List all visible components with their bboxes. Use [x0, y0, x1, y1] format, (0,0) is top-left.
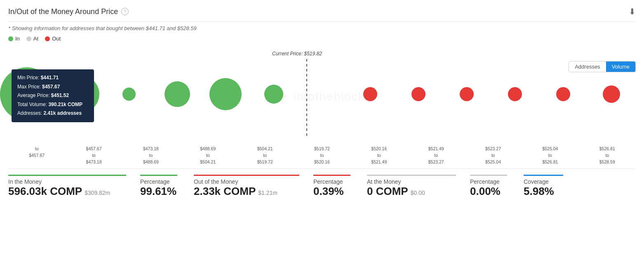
tooltip-volume-label: Total Volume: — [17, 102, 48, 107]
stat-in-percentage: Percentage 99.61% — [140, 175, 190, 198]
at-percentage-label: Percentage — [470, 178, 507, 185]
out-of-money-value: 2.33k COMP — [194, 185, 256, 198]
bubbles-container — [8, 57, 636, 131]
price-ranges: to $457.67 $457.67 to $473.18 $473.18 to… — [8, 146, 636, 165]
bubble-slot-8 — [395, 57, 443, 131]
legend-label-out: Out — [52, 36, 61, 42]
in-the-money-value-row: 596.03k COMP $309.82m — [8, 185, 126, 198]
price-range-7: $521.49 to $523.27 — [408, 146, 465, 165]
legend-dot-at — [26, 36, 31, 41]
legend-row: In At Out — [8, 36, 636, 42]
stat-coverage: Coverage 5.98% — [524, 175, 573, 198]
tooltip: Min Price: $441.71 Max Price: $457.67 Av… — [12, 69, 94, 122]
price-range-8: $523.27 to $525.04 — [465, 146, 522, 165]
page-container: In/Out of the Money Around Price ? ⬇ * S… — [0, 0, 644, 204]
legend-dot-in — [8, 36, 13, 41]
bubble-10 — [508, 87, 522, 101]
out-of-money-value-row: 2.33k COMP $1.21m — [194, 185, 299, 198]
at-the-money-value: 0 COMP — [367, 185, 408, 198]
bubble-2 — [122, 88, 136, 101]
price-range-3: $488.69 to $504.21 — [179, 146, 236, 165]
bubble-slot-6 — [298, 57, 346, 131]
bubble-slot-11 — [539, 57, 588, 131]
tooltip-max-price: Max Price: $457.67 — [17, 83, 88, 92]
legend-label-in: In — [15, 36, 20, 42]
legend-out: Out — [45, 36, 61, 42]
tooltip-max-value: $457.67 — [42, 84, 60, 90]
legend-at: At — [26, 36, 38, 42]
price-range-5: $519.72 to $520.16 — [294, 146, 350, 165]
divider-red — [194, 175, 299, 176]
bubble-slot-9 — [443, 57, 491, 131]
header-row: In/Out of the Money Around Price ? ⬇ — [8, 7, 636, 22]
price-range-10: $526.81 to $528.59 — [579, 146, 636, 165]
page-title: In/Out of the Money Around Price — [8, 7, 118, 16]
price-range-1: $457.67 to $473.18 — [65, 146, 122, 165]
in-the-money-secondary: $309.82m — [85, 190, 110, 196]
coverage-value: 5.98% — [524, 185, 563, 198]
legend-label-at: At — [33, 36, 38, 42]
coverage-label: Coverage — [524, 178, 563, 185]
bubble-slot-10 — [491, 57, 539, 131]
at-percentage-value: 0.00% — [470, 185, 507, 198]
divider-gray-pct — [470, 175, 507, 176]
bubble-slot-12 — [588, 57, 636, 131]
out-percentage-value: 0.39% — [313, 185, 350, 198]
stats-bar: In the Money 596.03k COMP $309.82m Perce… — [8, 168, 636, 198]
bubble-7 — [363, 87, 377, 101]
out-percentage-label: Percentage — [313, 178, 350, 185]
legend-in: In — [8, 36, 20, 42]
bubble-slot-3 — [153, 57, 201, 131]
bubble-9 — [460, 87, 474, 101]
tooltip-addresses: Addresses: 2.41k addresses — [17, 109, 88, 118]
bubble-11 — [556, 87, 570, 101]
out-of-money-secondary: $1.21m — [258, 190, 277, 196]
out-of-money-label: Out of the Money — [194, 178, 299, 185]
bubble-slot-2 — [105, 57, 153, 131]
in-percentage-label: Percentage — [140, 178, 177, 185]
title-group: In/Out of the Money Around Price ? — [8, 7, 129, 16]
bubble-slot-5 — [249, 57, 298, 131]
bubble-8 — [411, 87, 425, 101]
bubble-12 — [603, 85, 620, 103]
tooltip-avg-value: $451.52 — [51, 92, 69, 98]
divider-blue — [524, 175, 563, 176]
legend-dot-out — [45, 36, 50, 41]
tooltip-avg-label: Average Price: — [17, 92, 51, 98]
stat-in-the-money: In the Money 596.03k COMP $309.82m — [8, 175, 136, 198]
price-range-2: $473.18 to $488.69 — [122, 146, 179, 165]
bubble-slot-4 — [201, 57, 249, 131]
at-the-money-label: At the Money — [367, 178, 456, 185]
stat-at-the-money: At the Money 0 COMP $0.00 — [367, 175, 466, 198]
subtitle: * Showing information for addresses that… — [8, 25, 636, 31]
bubble-3 — [165, 81, 190, 107]
tooltip-addresses-label: Addresses: — [17, 110, 43, 116]
stat-out-of-money: Out of the Money 2.33k COMP $1.21m — [194, 175, 309, 198]
bubble-5 — [264, 85, 283, 104]
price-range-6: $520.16 to $521.49 — [350, 146, 407, 165]
divider-gray — [367, 175, 456, 176]
current-price-label: Current Price: $519.82 — [272, 51, 322, 57]
tooltip-min-price: Min Price: $441.71 — [17, 73, 88, 83]
in-the-money-value: 596.03k COMP — [8, 185, 82, 198]
divider-red-pct — [313, 175, 350, 176]
tooltip-min-value: $441.71 — [41, 75, 59, 81]
at-the-money-value-row: 0 COMP $0.00 — [367, 185, 456, 198]
tooltip-volume-value: 390.21k COMP — [48, 102, 82, 107]
at-the-money-secondary: $0.00 — [411, 190, 425, 196]
download-icon[interactable]: ⬇ — [629, 7, 636, 17]
stat-at-percentage: Percentage 0.00% — [470, 175, 519, 198]
bubble-4 — [209, 78, 242, 110]
divider-green-pct — [140, 175, 177, 176]
in-percentage-value: 99.61% — [140, 185, 177, 198]
bubble-slot-7 — [346, 57, 395, 131]
price-range-4: $504.21 to $519.72 — [236, 146, 293, 165]
chart-area: Current Price: $519.82 ✦ intotheblock — [8, 47, 636, 146]
help-icon[interactable]: ? — [121, 8, 129, 15]
tooltip-max-label: Max Price: — [17, 84, 42, 90]
price-range-0: to $457.67 — [8, 146, 65, 165]
tooltip-avg-price: Average Price: $451.52 — [17, 91, 88, 100]
tooltip-volume: Total Volume: 390.21k COMP — [17, 100, 88, 109]
price-range-9: $525.04 to $526.81 — [522, 146, 578, 165]
tooltip-addresses-value: 2.41k addresses — [43, 110, 82, 116]
